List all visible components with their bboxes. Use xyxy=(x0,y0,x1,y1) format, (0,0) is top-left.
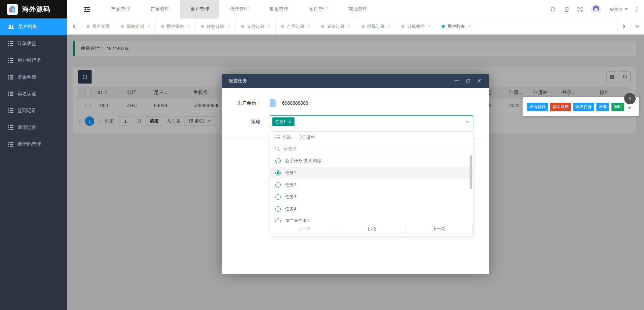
minimize-icon[interactable] xyxy=(454,78,459,84)
fullscreen-icon[interactable] xyxy=(578,7,583,12)
tab-order-earnings[interactable]: 订单收益× xyxy=(396,18,436,34)
modal-title: 派发任务 xyxy=(228,78,247,84)
option-label: 任务4 xyxy=(285,206,296,212)
option-task2[interactable]: 任务2 xyxy=(270,179,473,191)
radio-icon-selected[interactable] xyxy=(275,170,281,175)
radio-icon[interactable] xyxy=(275,182,281,188)
tab-label: 用户列表 xyxy=(447,23,465,30)
list-icon xyxy=(8,142,13,147)
option-newbie-task[interactable]: 新手任务 禁止删除 xyxy=(270,155,473,167)
tab-label: 策略定制 xyxy=(126,23,144,30)
sidebar-item-label: 实名认证 xyxy=(17,91,36,97)
edit-button[interactable]: 编辑 xyxy=(611,103,624,111)
tab-label: 用户策略 xyxy=(167,23,184,30)
tab-close-icon[interactable]: × xyxy=(187,24,190,29)
option-label: 任务2 xyxy=(285,182,296,188)
tab-close-icon[interactable]: × xyxy=(468,24,471,29)
menu-item-users[interactable]: 用户管理 xyxy=(180,0,219,18)
sidebar-item-bank-cards[interactable]: 用户银行卡 xyxy=(0,52,67,69)
clear-action[interactable]: 清空 xyxy=(300,135,315,141)
selected-tag-label: 任务1 xyxy=(275,119,286,125)
option-day2-task1[interactable]: 第二天任务1 xyxy=(270,215,473,222)
tab-close-icon[interactable]: × xyxy=(147,24,150,29)
sidebar-item-real-name-auth[interactable]: 实名认证 xyxy=(0,86,67,102)
close-icon[interactable]: ✕ xyxy=(477,78,482,84)
list-icon xyxy=(8,108,13,113)
tab-product-orders[interactable]: 产品订单× xyxy=(276,18,316,34)
tab-label: 任务订单 xyxy=(207,23,224,30)
tag-remove-icon[interactable]: ✕ xyxy=(288,119,291,124)
radio-icon[interactable] xyxy=(275,194,281,200)
file-icon xyxy=(270,99,276,107)
sidebar-collapse-icon[interactable] xyxy=(80,0,94,18)
tab-close-icon[interactable]: × xyxy=(388,24,391,29)
action-panel-caret-icon[interactable] xyxy=(628,107,632,109)
sidebar-item-user-list[interactable]: 用户列表 xyxy=(0,18,67,35)
tab-close-icon[interactable]: × xyxy=(428,24,431,29)
sidebar-item-checkin-records[interactable]: 签到记录 xyxy=(0,102,67,119)
tab-close-icon[interactable]: × xyxy=(268,24,270,29)
dropdown-scrollbar[interactable] xyxy=(470,155,472,189)
menu-item-products[interactable]: 产品管理 xyxy=(101,0,140,18)
sidebar-item-fund-details[interactable]: 资金明细 xyxy=(0,69,67,86)
modal-header: 派发任务 ✕ xyxy=(222,74,489,88)
option-label: 任务1 xyxy=(285,170,296,176)
pager-next-button[interactable]: 下一页 xyxy=(405,224,473,234)
tab-strategy-custom[interactable]: 策略定制× xyxy=(115,18,156,34)
strategy-row: 策略 任务1 ✕ xyxy=(222,115,489,128)
main-menu: 产品管理 订单管理 用户管理 代理管理 常规管理 系统管理 商城管理 xyxy=(101,0,378,18)
strategy-multiselect[interactable]: 任务1 ✕ xyxy=(270,115,473,128)
menu-item-mall[interactable]: 商城管理 xyxy=(338,0,378,18)
radio-icon[interactable] xyxy=(275,158,281,163)
option-task4[interactable]: 任务4 xyxy=(270,203,473,215)
radio-icon[interactable] xyxy=(275,206,281,212)
menu-item-orders[interactable]: 订单管理 xyxy=(140,0,180,18)
tabs-scroll-right[interactable] xyxy=(617,18,631,34)
tab-close-icon[interactable]: × xyxy=(227,24,230,29)
ledger-button[interactable]: 账本 xyxy=(596,103,609,111)
tab-withdraw-orders[interactable]: 提现订单× xyxy=(356,18,396,34)
trash-icon[interactable] xyxy=(564,6,569,12)
tab-close-icon[interactable]: × xyxy=(308,24,310,29)
list-icon xyxy=(8,58,13,63)
tab-dot xyxy=(161,25,164,28)
sidebar-item-invite-codes[interactable]: 邀请码管理 xyxy=(0,136,67,153)
user-menu[interactable]: admin xyxy=(609,7,628,12)
modal-body: 用户会员： 6088888888 策略 任务1 ✕ 全选 xyxy=(222,88,489,274)
more-options-icon[interactable] xyxy=(636,7,637,12)
tab-user-strategy[interactable]: 用户策略× xyxy=(156,18,196,34)
member-row: 用户会员： 6088888888 xyxy=(222,99,308,107)
tab-label: 充值订单 xyxy=(327,23,344,30)
brand-logo-icon: $ xyxy=(7,4,18,15)
pager-indicator: 1 / 2 xyxy=(338,224,405,234)
fund-adjust-button[interactable]: 资金调整 xyxy=(550,103,571,111)
refresh-icon[interactable] xyxy=(550,6,556,12)
pager-prev-button[interactable]: 上一页 xyxy=(271,224,338,234)
users-icon xyxy=(8,24,14,29)
tab-close-icon[interactable]: × xyxy=(348,24,351,29)
sidebar-item-order-earnings[interactable]: 订单收益 xyxy=(0,35,67,52)
tab-recharge-orders[interactable]: 充值订单× xyxy=(316,18,356,34)
tab-dot xyxy=(362,25,365,28)
menu-item-agents[interactable]: 代理管理 xyxy=(219,0,259,18)
tab-user-list[interactable]: 用户列表× xyxy=(436,18,477,34)
tabs-menu-chevron[interactable] xyxy=(631,18,644,34)
sidebar-item-invite-records[interactable]: 邀请记录 xyxy=(0,119,67,136)
tab-home[interactable]: 后台首页 xyxy=(81,18,115,34)
radio-icon[interactable] xyxy=(275,218,281,222)
tabs-scroll-left[interactable] xyxy=(67,18,81,34)
avatar[interactable] xyxy=(591,4,601,14)
select-all-action[interactable]: 全选 xyxy=(275,135,291,141)
dispatch-task-button[interactable]: 派发任务 xyxy=(573,103,594,111)
action-panel-close-button[interactable]: × xyxy=(624,93,636,104)
detail-info-button[interactable]: 详情资料 xyxy=(527,103,548,111)
menu-item-system[interactable]: 系统管理 xyxy=(299,0,338,18)
tab-pay-orders[interactable]: 支付订单× xyxy=(236,18,276,34)
tab-task-orders[interactable]: 任务订单× xyxy=(196,18,236,34)
menu-item-general[interactable]: 常规管理 xyxy=(259,0,299,18)
option-task1[interactable]: 任务1 xyxy=(270,167,473,179)
sidebar: 用户列表 订单收益 用户银行卡 资金明细 实名认证 签到记录 邀请记录 邀请码管… xyxy=(0,18,67,310)
dropdown-search-input[interactable] xyxy=(283,146,444,151)
maximize-icon[interactable] xyxy=(465,78,471,84)
option-task3[interactable]: 任务3 xyxy=(270,191,473,203)
